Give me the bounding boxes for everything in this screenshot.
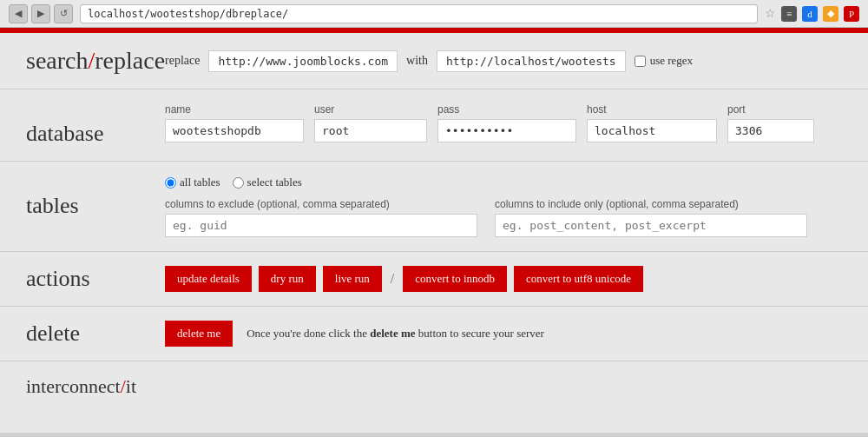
browser-chrome: ◀ ▶ ↺ localhost/wootestshop/dbreplace/ ☆… — [0, 0, 868, 28]
db-name-group: name — [165, 103, 304, 142]
delete-content: delete me Once you're done click the del… — [165, 321, 544, 347]
footer: interconnect/it — [0, 361, 868, 412]
tables-content: all tables select tables columns to excl… — [165, 175, 842, 237]
radio-select-tables[interactable]: select tables — [233, 175, 302, 189]
db-pass-group: pass — [437, 103, 576, 142]
dry-run-button[interactable]: dry run — [259, 266, 316, 292]
delete-me-button[interactable]: delete me — [165, 321, 233, 347]
delete-label: delete — [26, 321, 165, 347]
ext2-icon[interactable]: ◆ — [823, 6, 838, 22]
back-button[interactable]: ◀ — [9, 4, 28, 23]
database-section: database name user pass host port — [0, 89, 868, 162]
columns-row: columns to exclude (optional, comma sepa… — [165, 198, 842, 237]
radio-all-tables[interactable]: all tables — [165, 175, 220, 189]
with-value[interactable]: http://localhost/wootests — [437, 50, 626, 72]
browser-icons: ☆ ≡ d ◆ P — [765, 6, 859, 22]
footer-title: interconnect/it — [26, 375, 136, 398]
actions-divider: / — [391, 271, 394, 287]
delete-section: delete delete me Once you're done click … — [0, 307, 868, 361]
include-input[interactable] — [495, 214, 807, 237]
radio-row: all tables select tables — [165, 175, 842, 189]
exclude-group: columns to exclude (optional, comma sepa… — [165, 198, 477, 237]
db-host-group: host — [587, 103, 717, 142]
radio-all-input[interactable] — [165, 177, 176, 189]
replace-value[interactable]: http://www.joomblocks.com — [208, 50, 398, 72]
ext3-icon[interactable]: P — [844, 6, 859, 22]
delete-text-before: Once you're done click the — [247, 327, 370, 340]
db-name-input[interactable] — [165, 119, 304, 142]
db-name-label: name — [165, 103, 304, 116]
actions-buttons: update details dry run live run / conver… — [165, 266, 643, 292]
footer-part1: interconnect — [26, 375, 121, 397]
tables-section: tables all tables select tables columns … — [0, 162, 868, 252]
convert-utf8-button[interactable]: convert to utf8 unicode — [514, 266, 643, 292]
address-bar[interactable]: localhost/wootestshop/dbreplace/ — [80, 4, 758, 23]
tables-label: tables — [26, 175, 165, 219]
include-group: columns to include only (optional, comma… — [495, 198, 807, 237]
header-controls: replace http://www.joomblocks.com with h… — [165, 50, 693, 72]
db-pass-input[interactable] — [437, 119, 576, 142]
delete-description: Once you're done click the delete me but… — [247, 327, 544, 341]
url-text: localhost/wootestshop/dbreplace/ — [88, 8, 288, 20]
db-host-input[interactable] — [587, 119, 717, 142]
title-part1: search — [26, 47, 89, 74]
db-port-label: port — [727, 103, 814, 116]
db-port-group: port — [727, 103, 814, 142]
replace-label: replace — [165, 54, 200, 68]
db-user-input[interactable] — [314, 119, 427, 142]
actions-section: actions update details dry run live run … — [0, 252, 868, 307]
with-label: with — [406, 54, 428, 68]
live-run-button[interactable]: live run — [323, 266, 382, 292]
reload-button[interactable]: ↺ — [54, 4, 73, 23]
database-label: database — [26, 103, 165, 147]
convert-innodb-button[interactable]: convert to innodb — [403, 266, 507, 292]
bookmark-icon[interactable]: ☆ — [765, 6, 776, 21]
app-title: search/replace — [26, 47, 165, 75]
title-part2: replace — [95, 47, 165, 74]
exclude-label: columns to exclude (optional, comma sepa… — [165, 198, 477, 210]
db-host-label: host — [587, 103, 717, 116]
forward-button[interactable]: ▶ — [31, 4, 50, 23]
db-user-group: user — [314, 103, 427, 142]
include-label: columns to include only (optional, comma… — [495, 198, 807, 210]
header-section: search/replace replace http://www.joombl… — [0, 33, 868, 89]
db-user-label: user — [314, 103, 427, 116]
delete-text-bold: delete me — [370, 327, 415, 340]
db-port-input[interactable] — [727, 119, 814, 142]
use-regex-checkbox[interactable] — [635, 56, 646, 67]
main-content: search/replace replace http://www.joombl… — [0, 33, 868, 433]
radio-select-input[interactable] — [233, 177, 244, 189]
layers-icon[interactable]: ≡ — [781, 6, 797, 22]
nav-buttons: ◀ ▶ ↺ — [9, 4, 73, 23]
actions-label: actions — [26, 266, 165, 292]
db-pass-label: pass — [437, 103, 576, 116]
footer-part2: it — [126, 375, 136, 397]
use-regex-label[interactable]: use regex — [635, 54, 693, 68]
ext1-icon[interactable]: d — [802, 6, 818, 22]
database-fields: name user pass host port — [165, 103, 814, 142]
exclude-input[interactable] — [165, 214, 477, 237]
delete-text-after: button to secure your server — [416, 327, 544, 340]
update-details-button[interactable]: update details — [165, 266, 252, 292]
